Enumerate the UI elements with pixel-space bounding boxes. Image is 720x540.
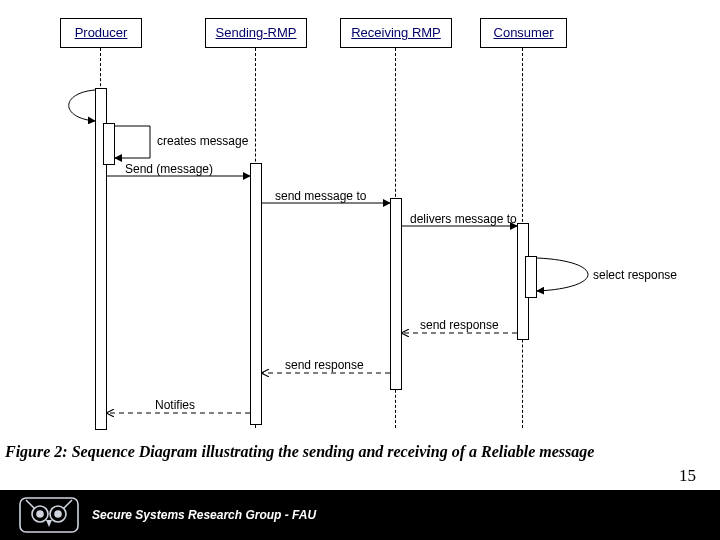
participant-receiving-rmp: Receiving RMP bbox=[340, 18, 452, 48]
figure-caption: Figure 2: Sequence Diagram illustrating … bbox=[5, 443, 715, 461]
msg-delivers-message: delivers message to bbox=[410, 212, 517, 226]
msg-send-response-1: send response bbox=[420, 318, 499, 332]
activation-receiving bbox=[390, 198, 402, 390]
sequence-diagram: Producer Sending-RMP Receiving RMP Consu… bbox=[45, 18, 685, 438]
activation-sending bbox=[250, 163, 262, 425]
msg-send-message: Send (message) bbox=[125, 162, 213, 176]
msg-creates-message: creates message bbox=[157, 134, 248, 148]
msg-select-response: select response bbox=[593, 268, 677, 282]
activation-producer-nested bbox=[103, 123, 115, 165]
msg-send-response-2: send response bbox=[285, 358, 364, 372]
message-arrows bbox=[45, 18, 685, 438]
footer-bar: Secure Systems Research Group - FAU bbox=[0, 490, 720, 540]
msg-notifies: Notifies bbox=[155, 398, 195, 412]
activation-consumer-nested bbox=[525, 256, 537, 298]
footer-text: Secure Systems Research Group - FAU bbox=[92, 508, 316, 522]
msg-send-message-to: send message to bbox=[275, 189, 366, 203]
participant-producer: Producer bbox=[60, 18, 142, 48]
svg-point-10 bbox=[55, 511, 61, 517]
slide-number: 15 bbox=[679, 466, 696, 486]
participant-sending-rmp: Sending-RMP bbox=[205, 18, 307, 48]
svg-point-9 bbox=[37, 511, 43, 517]
participant-consumer: Consumer bbox=[480, 18, 567, 48]
owl-logo-icon bbox=[18, 496, 80, 538]
